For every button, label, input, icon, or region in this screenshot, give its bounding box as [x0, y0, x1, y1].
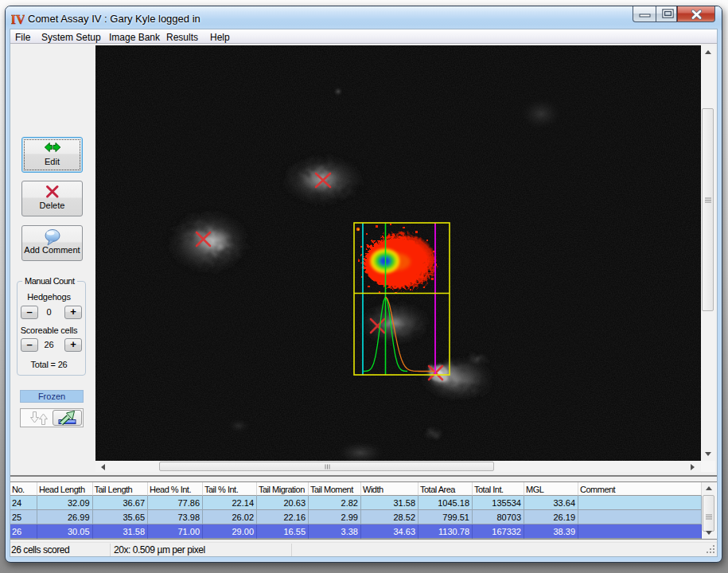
svg-text:IV: IV — [11, 13, 25, 26]
